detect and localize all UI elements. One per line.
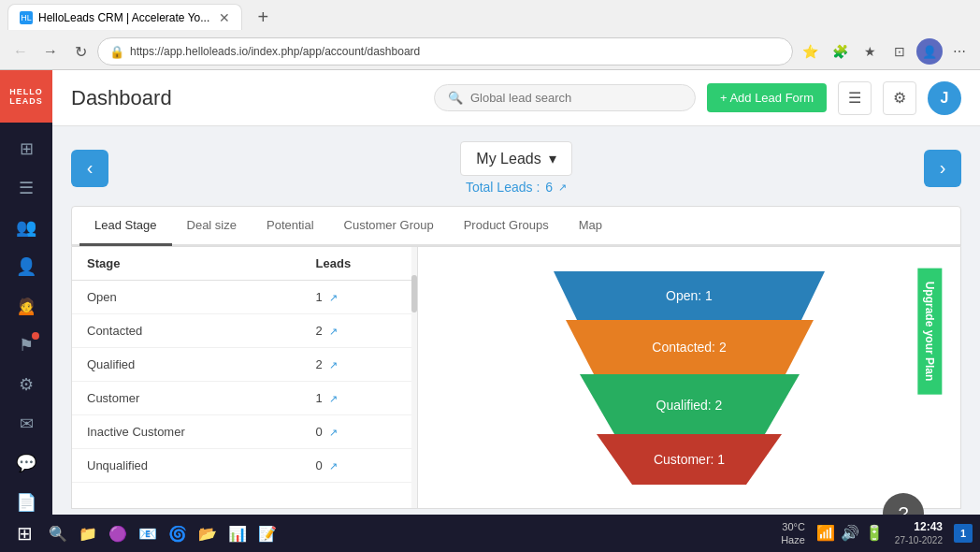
count-cell: 1 ↗ [301, 281, 417, 314]
tabs-container: Lead Stage Deal size Potential Customer … [71, 206, 961, 247]
stage-link[interactable]: ↗ [329, 359, 338, 370]
tab-label: HelloLeads CRM | Accelerate Yo... [38, 11, 209, 24]
svg-text:Customer: 1: Customer: 1 [654, 452, 725, 467]
top-bar: Dashboard 🔍 + Add Lead Form ☰ ⚙ J [52, 70, 980, 126]
funnel-qualified-segment[interactable]: Qualified: 2 [580, 374, 800, 434]
tabs: Lead Stage Deal size Potential Customer … [72, 207, 960, 246]
count-cell: 2 ↗ [301, 314, 417, 348]
taskbar-search-btn[interactable]: 🔍 [45, 520, 71, 546]
taskbar: ⊞ 🔍 📁 🟣 📧 🌀 📂 📊 📝 30°CHaze 📶 🔊 🔋 12:43 2… [0, 515, 980, 552]
send-icon[interactable]: ✉ [7, 405, 45, 443]
back-nav-btn[interactable]: ‹ [71, 150, 108, 187]
taskbar-clock: 12:43 27-10-2022 [895, 519, 943, 548]
menu-icon-btn[interactable]: ☰ [838, 81, 872, 115]
svg-text:Qualified: 2: Qualified: 2 [656, 398, 722, 413]
browser-profile[interactable]: 👤 [916, 38, 943, 65]
tab-customer-group[interactable]: Customer Group [329, 207, 449, 246]
scrollbar[interactable] [411, 247, 417, 508]
new-tab-btn[interactable]: + [250, 4, 276, 30]
taskbar-outlook-btn[interactable]: 📧 [135, 520, 161, 546]
nav-center: My Leads ▾ Total Leads : 6 ↗ [460, 141, 571, 195]
taskbar-explorer-btn[interactable]: 📂 [195, 520, 221, 546]
dashboard-icon[interactable]: ⊞ [7, 130, 45, 167]
notification-badge[interactable]: 1 [954, 524, 973, 543]
svg-text:Open: 1: Open: 1 [666, 288, 713, 303]
count-cell: 2 ↗ [301, 348, 417, 382]
chat-icon[interactable]: 💬 [7, 444, 45, 482]
person-icon[interactable]: 🙍 [7, 287, 45, 325]
search-box[interactable]: 🔍 [434, 84, 696, 111]
notes-icon[interactable]: ☰ [7, 169, 45, 207]
back-btn[interactable]: ← [7, 38, 34, 65]
stage-link[interactable]: ↗ [329, 292, 338, 303]
add-contact-icon[interactable]: 👤 [7, 248, 45, 285]
dashboard-content: ‹ My Leads ▾ Total Leads : 6 ↗ › [52, 126, 980, 552]
stage-cell: Open [72, 281, 301, 314]
logo-leads: LEADS [9, 96, 43, 106]
address-bar[interactable]: 🔒 https://app.helloleads.io/index.php/ap… [97, 37, 793, 65]
count-cell: 0 ↗ [301, 449, 417, 483]
taskbar-excel-btn[interactable]: 📊 [224, 520, 251, 546]
favorites-btn[interactable]: ★ [857, 38, 883, 65]
search-input[interactable] [470, 91, 682, 105]
tab-deal-size[interactable]: Deal size [172, 207, 252, 246]
battery-icon: 🔋 [865, 524, 884, 542]
funnel-open-segment[interactable]: Open: 1 [554, 271, 825, 320]
table-row: Qualified 2 ↗ [72, 348, 417, 382]
user-avatar[interactable]: J [928, 81, 961, 115]
search-icon: 🔍 [448, 91, 463, 105]
stage-link[interactable]: ↗ [329, 393, 338, 404]
total-leads-info: Total Leads : 6 ↗ [460, 180, 571, 195]
nav-row: ‹ My Leads ▾ Total Leads : 6 ↗ › [71, 141, 961, 195]
taskbar-time: 12:43 [895, 519, 943, 535]
tab-map[interactable]: Map [564, 207, 617, 246]
tab-product-groups[interactable]: Product Groups [449, 207, 564, 246]
forward-btn[interactable]: → [37, 38, 64, 65]
stage-link[interactable]: ↗ [329, 427, 338, 438]
taskbar-teams-btn[interactable]: 🟣 [105, 520, 131, 546]
collections-btn[interactable]: ⊡ [886, 38, 913, 65]
stage-link[interactable]: ↗ [329, 326, 338, 337]
table-row: Open 1 ↗ [72, 281, 417, 314]
funnel-contacted-segment[interactable]: Contacted: 2 [566, 320, 814, 374]
leads-table: Stage Leads Open 1 ↗ Contacted 2 ↗ Quali… [72, 247, 418, 508]
tab-close-btn[interactable]: ✕ [219, 10, 230, 25]
flag-icon[interactable]: ⚑ [7, 327, 45, 364]
taskbar-edge-btn[interactable]: 🌀 [165, 520, 191, 546]
settings-icon-btn[interactable]: ⚙ [883, 81, 916, 115]
col-leads-header: Leads [301, 247, 417, 281]
tab-potential[interactable]: Potential [252, 207, 329, 246]
refresh-btn[interactable]: ↻ [67, 38, 94, 65]
sidebar-logo[interactable]: HELLO LEADS [0, 70, 52, 123]
table-row: Inactive Customer 0 ↗ [72, 415, 417, 449]
total-leads-count: 6 [545, 180, 553, 195]
forward-nav-btn[interactable]: › [924, 150, 961, 187]
profile-icon-btn[interactable]: ⭐ [797, 38, 823, 65]
add-lead-form-button[interactable]: + Add Lead Form [707, 83, 827, 112]
funnel-customer-segment[interactable]: Customer: 1 [597, 434, 782, 485]
taskbar-word-btn[interactable]: 📝 [254, 520, 281, 546]
taskbar-files-btn[interactable]: 📁 [75, 520, 101, 546]
stage-cell: Inactive Customer [72, 415, 301, 449]
stage-cell: Contacted [72, 314, 301, 348]
upgrade-plan-banner[interactable]: Upgrade your Plan [918, 269, 943, 395]
page-title: Dashboard [71, 86, 423, 110]
my-leads-label: My Leads [476, 151, 540, 167]
external-link-icon[interactable]: ↗ [558, 182, 567, 194]
sidebar: HELLO LEADS ⊞ ☰ 👥 👤 🙍 ⚑ ⚙ ✉ 💬 📄 [0, 70, 52, 552]
tab-lead-stage[interactable]: Lead Stage [79, 207, 172, 246]
stage-link[interactable]: ↗ [329, 460, 338, 472]
more-btn[interactable]: ⋯ [946, 38, 973, 65]
contacts-icon[interactable]: 👥 [7, 209, 45, 246]
my-leads-dropdown[interactable]: My Leads ▾ [460, 141, 571, 176]
browser-tab[interactable]: HL HelloLeads CRM | Accelerate Yo... ✕ [7, 4, 242, 30]
stage-cell: Qualified [72, 348, 301, 382]
extensions-btn[interactable]: 🧩 [827, 38, 853, 65]
scrollbar-thumb[interactable] [411, 275, 417, 312]
start-button[interactable]: ⊞ [7, 516, 41, 550]
settings-icon[interactable]: ⚙ [7, 366, 45, 403]
dropdown-arrow-icon: ▾ [549, 150, 556, 167]
count-cell: 1 ↗ [301, 382, 417, 415]
table-row: Customer 1 ↗ [72, 382, 417, 415]
total-leads-label: Total Leads : [466, 180, 540, 195]
